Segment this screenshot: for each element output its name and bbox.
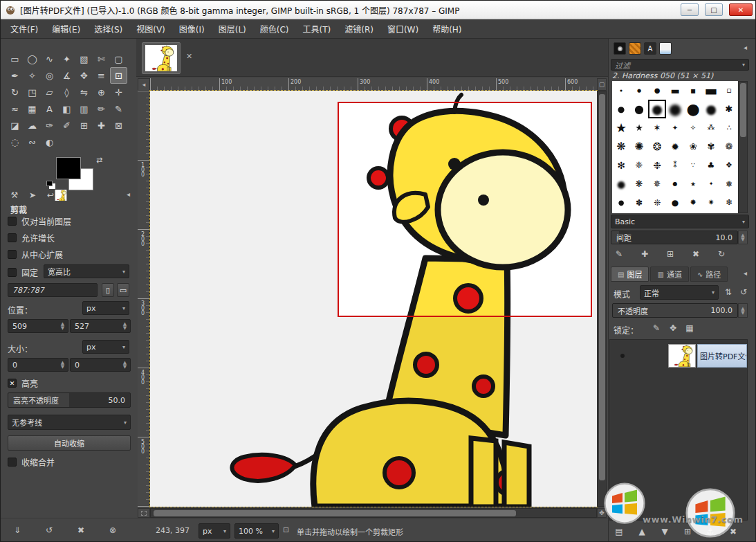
canvas-menu-button[interactable]: ◂ [138, 78, 150, 91]
reset-options-button[interactable]: ⊗ [106, 524, 120, 536]
tool-heal[interactable]: ✚ [93, 117, 110, 134]
brush-scrollbar-thumb[interactable] [740, 83, 746, 137]
tool-crop[interactable]: ⊡ [110, 67, 127, 84]
tool-measure[interactable]: ∡ [58, 67, 75, 84]
v-ruler[interactable]: 100200300400500600 [138, 91, 150, 507]
v-scrollbar[interactable] [597, 91, 607, 507]
tool-free-select[interactable]: ∿ [41, 51, 58, 67]
default-colors-icon[interactable] [46, 181, 53, 186]
delete-brush-button[interactable]: ✖ [689, 248, 703, 260]
v-scrollbar-thumb[interactable] [599, 94, 605, 480]
spinner-arrows[interactable] [59, 361, 66, 369]
maximize-button[interactable]: □ [705, 3, 723, 16]
brush-cell[interactable]: ⁑ [666, 156, 684, 174]
tool-options-tab-button[interactable]: ⚒ [8, 189, 21, 201]
brush-cell[interactable]: ✶ [648, 118, 666, 137]
zoom-combo[interactable]: 100 % [234, 523, 279, 539]
brush-cell[interactable]: ✽ [630, 193, 648, 212]
tool-paintbrush[interactable]: ✎ [110, 100, 127, 117]
brush-cell[interactable]: ✺ [630, 137, 648, 156]
tool-color-picker[interactable]: ✧ [24, 67, 41, 84]
auto-shrink-button[interactable]: 自动收缩 [8, 435, 131, 451]
raise-layer-button[interactable]: ▲ [635, 525, 649, 538]
restore-preset-button[interactable]: ↺ [42, 524, 56, 536]
guides-combo[interactable]: 无参考线 [8, 415, 131, 430]
brush-group-combo[interactable]: Basic [611, 215, 749, 228]
brush-cell[interactable]: ● [612, 81, 630, 100]
menu-item-8[interactable]: 滤镜(R) [338, 19, 380, 38]
menu-item-9[interactable]: 窗口(W) [380, 19, 425, 38]
brush-cell[interactable]: ❂ [648, 137, 666, 156]
tool-warp-transform[interactable]: ≈ [6, 100, 24, 117]
spinner-arrows[interactable] [739, 233, 747, 242]
layer-name[interactable]: 图片转PDF文件 [697, 344, 747, 368]
brush-cell[interactable]: ★ [612, 118, 630, 137]
tool-rectangle-select[interactable]: ▭ [6, 51, 24, 67]
brush-cell[interactable]: ★ [630, 118, 648, 137]
tool-cage-transform[interactable]: ▦ [24, 100, 41, 117]
tool-clone[interactable]: ⊞ [75, 117, 93, 134]
brush-cell[interactable]: ● [612, 193, 630, 212]
brush-cell[interactable]: ● [702, 100, 720, 118]
h-ruler[interactable]: 100200300400500600 [150, 78, 597, 91]
size-width-input[interactable]: 0 [8, 358, 68, 372]
brush-cell[interactable]: ❊ [648, 193, 666, 212]
dock-tab-paths[interactable]: ∿路径 [690, 267, 728, 282]
tool-move[interactable]: ✥ [75, 67, 93, 84]
tool-scale[interactable]: ◳ [24, 84, 41, 100]
quick-mask-toggle[interactable] [138, 508, 150, 518]
brush-cell[interactable]: ● [612, 174, 630, 193]
tool-rotate[interactable]: ↻ [6, 84, 24, 100]
statusbar-unit-combo[interactable]: px [199, 523, 230, 539]
brush-grid-scrollbar[interactable] [738, 81, 748, 213]
spinner-arrows[interactable] [739, 307, 747, 315]
menu-item-5[interactable]: 图层(L) [212, 19, 253, 38]
position-unit-combo[interactable]: px [82, 301, 129, 315]
dock-menu-icon[interactable]: ◂ [127, 190, 130, 198]
close-image-tab-icon[interactable]: ✕ [186, 52, 192, 61]
spinner-arrows[interactable] [121, 322, 129, 330]
layer-mode-combo[interactable]: 正常 [640, 285, 719, 300]
menu-item-1[interactable]: 编辑(E) [45, 19, 87, 38]
brush-cell[interactable]: ● [684, 100, 702, 118]
duplicate-brush-button[interactable]: ⊞ [663, 248, 677, 260]
brushes-dock-tab[interactable] [614, 42, 626, 55]
brush-cell[interactable]: ▬ [666, 81, 684, 100]
refresh-brushes-button[interactable]: ↻ [714, 248, 728, 260]
patterns-dock-tab[interactable] [629, 42, 641, 55]
tool-text[interactable]: A [41, 100, 58, 117]
titlebar[interactable]: [图片转PDF文件] (已导入)-1.0 (RGB 颜色 8-bit gamma… [1, 1, 756, 19]
tool-handle-transform[interactable]: ✛ [110, 84, 127, 100]
aspect-ratio-input[interactable]: 787:787 [8, 283, 98, 297]
brush-cell[interactable]: ✹ [666, 137, 684, 156]
position-x-input[interactable]: 509 [8, 319, 68, 333]
size-height-input[interactable]: 0 [70, 358, 131, 372]
menu-item-4[interactable]: 图像(I) [172, 19, 212, 38]
brush-cell[interactable]: ❖ [720, 156, 738, 174]
new-layer-button[interactable]: ▤ [612, 525, 626, 538]
portrait-orientation-button[interactable]: ▯ [102, 283, 114, 297]
tool-shear[interactable]: ▱ [41, 84, 58, 100]
brush-cell[interactable]: ▬ [702, 81, 720, 100]
menu-item-2[interactable]: 选择(S) [87, 19, 129, 38]
image-tab-thumb-icon[interactable] [55, 190, 67, 201]
tool-perspective[interactable]: ◊ [58, 84, 75, 100]
menu-item-10[interactable]: 帮助(H) [425, 19, 468, 38]
brush-cell[interactable]: ✷ [702, 193, 720, 212]
lock-pixels-button[interactable]: ✎ [649, 322, 663, 334]
tool-select-by-color[interactable]: ▧ [75, 51, 93, 67]
tool-foreground-select[interactable]: ▢ [110, 51, 127, 67]
tool-smudge[interactable]: ∾ [24, 134, 41, 150]
fixed-rule-combo[interactable]: 宽高比 [44, 264, 129, 278]
spacing-spinner[interactable] [738, 231, 748, 244]
device-status-tab-button[interactable]: ➤ [26, 189, 39, 201]
brush-cell[interactable]: ❀ [684, 137, 702, 156]
brush-cell[interactable]: ❋ [630, 174, 648, 193]
dock-menu-icon[interactable]: ◂ [744, 269, 747, 277]
tool-gradient[interactable]: ▥ [75, 100, 93, 117]
brush-spacing-slider[interactable]: 间距 10.0 [611, 231, 738, 244]
opacity-spinner[interactable] [738, 303, 748, 318]
tool-align[interactable]: ≡ [93, 67, 110, 84]
tool-blur-sharpen[interactable]: ◌ [6, 134, 24, 150]
fonts-dock-tab[interactable]: A [644, 42, 656, 55]
